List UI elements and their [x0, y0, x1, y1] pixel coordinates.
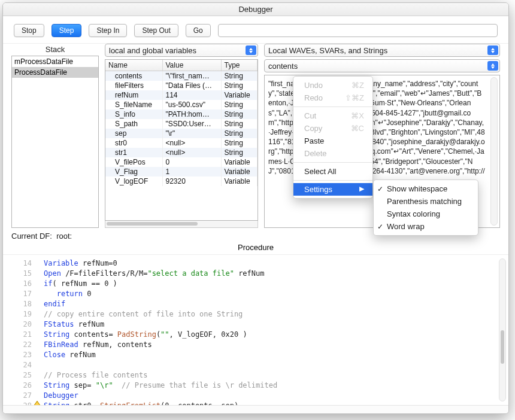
- line-number: 21: [3, 330, 38, 340]
- col-value[interactable]: Value: [162, 60, 221, 71]
- cell-value: "SSD0:User…: [162, 119, 221, 129]
- stop-button[interactable]: Stop: [14, 24, 44, 37]
- table-row[interactable]: str0<null>String: [105, 138, 258, 148]
- line-number: 14: [3, 258, 38, 269]
- cell-type: String: [221, 129, 258, 138]
- stack-item[interactable]: ProcessDataFile: [12, 67, 98, 78]
- table-row[interactable]: V_logEOF92320Variable: [105, 176, 258, 186]
- cell-name: V_logEOF: [105, 176, 162, 186]
- code-line: // Process file contents: [44, 370, 508, 381]
- line-number: 17: [3, 289, 38, 299]
- cell-value: 1: [162, 167, 221, 176]
- code-line: if( refNum == 0 ): [44, 279, 508, 289]
- code-area[interactable]: 141516171819202122232425262728 Variable …: [3, 255, 508, 413]
- col-name[interactable]: Name: [105, 60, 162, 71]
- code-line: return 0: [44, 289, 508, 299]
- cell-value: 114: [162, 90, 221, 100]
- dropdown-arrows-icon: [246, 45, 256, 55]
- vars-scope-label: local and global variables: [109, 46, 196, 55]
- vars-table-container[interactable]: Name Value Type contents"\"first_nam…Str…: [105, 59, 258, 221]
- table-row[interactable]: S_path"SSD0:User…String: [105, 119, 258, 129]
- menu-item-settings[interactable]: Settings▶: [293, 183, 372, 196]
- code-vscroll[interactable]: [499, 258, 506, 401]
- table-row[interactable]: str1<null>String: [105, 148, 258, 157]
- content-vscroll[interactable]: [490, 77, 498, 226]
- procedure-title: Procedure: [3, 242, 508, 255]
- menu-item-select-all[interactable]: Select All: [293, 165, 372, 178]
- cell-name: V_Flag: [105, 167, 162, 176]
- go-input[interactable]: [218, 24, 498, 37]
- vars-hscroll[interactable]: [105, 221, 258, 228]
- table-row[interactable]: sep"\r"String: [105, 129, 258, 138]
- line-number: 19: [3, 309, 38, 319]
- code-body[interactable]: Variable refNum=0Open /F=fileFilters/R/M…: [41, 255, 508, 413]
- line-number: 26: [3, 381, 38, 391]
- cell-type: String: [221, 119, 258, 129]
- submenu-item-word-wrap[interactable]: ✓Word wrap: [374, 220, 478, 233]
- menu-item-copy: Copy⌘C: [293, 122, 372, 135]
- cell-value: "PATH:hom…: [162, 109, 221, 119]
- cell-type: String: [221, 138, 258, 148]
- menu-item-paste[interactable]: Paste: [293, 135, 372, 147]
- cell-value: <null>: [162, 138, 221, 148]
- line-number: 23: [3, 350, 38, 360]
- debugger-window: Debugger Stop Step Step In Step Out Go S…: [2, 2, 509, 414]
- variable-select-label: contents: [268, 62, 298, 71]
- line-number: 24: [3, 360, 38, 370]
- variable-select[interactable]: contents: [264, 59, 500, 72]
- code-hscroll[interactable]: [3, 405, 508, 413]
- check-icon: ✓: [377, 223, 383, 231]
- stack-title: Stack: [11, 44, 99, 56]
- cell-type: String: [221, 148, 258, 157]
- cell-type: Variable: [221, 157, 258, 167]
- col-type[interactable]: Type: [221, 60, 258, 71]
- vars-scope-select[interactable]: local and global variables: [105, 44, 258, 57]
- cell-name: str0: [105, 138, 162, 148]
- code-line: // copy entire content of file into one …: [44, 309, 508, 319]
- table-row[interactable]: V_Flag1Variable: [105, 167, 258, 176]
- line-number: 20: [3, 319, 38, 330]
- step-in-button[interactable]: Step In: [89, 24, 127, 37]
- table-row[interactable]: contents"\"first_nam…String: [105, 71, 258, 81]
- table-row[interactable]: S_info"PATH:hom…String: [105, 109, 258, 119]
- submenu-item-show-whitespace[interactable]: ✓Show whitespace: [374, 182, 478, 195]
- context-menu[interactable]: Undo⌘ZRedo⇧⌘ZCut⌘XCopy⌘CPasteDeleteSelec…: [293, 76, 373, 199]
- go-button[interactable]: Go: [186, 24, 211, 37]
- vars-table: Name Value Type contents"\"first_nam…Str…: [105, 60, 258, 186]
- line-number: 16: [3, 279, 38, 289]
- check-icon: ✓: [377, 185, 383, 193]
- code-line: endif: [44, 299, 508, 309]
- cell-name: fileFilters: [105, 81, 162, 90]
- stack-item[interactable]: mProcessDataFile: [12, 56, 98, 67]
- table-row[interactable]: refNum114Variable: [105, 90, 258, 100]
- stack-list[interactable]: mProcessDataFileProcessDataFile: [11, 56, 99, 228]
- code-line: Close refNum: [44, 350, 508, 360]
- table-row[interactable]: S_fileName"us-500.csv"String: [105, 100, 258, 109]
- cell-type: String: [221, 71, 258, 81]
- cell-type: String: [221, 81, 258, 90]
- code-line: Variable refNum=0: [44, 258, 508, 269]
- table-row[interactable]: V_filePos0Variable: [105, 157, 258, 167]
- menu-item-redo: Redo⇧⌘Z: [293, 92, 372, 104]
- line-gutter: 141516171819202122232425262728: [3, 255, 41, 413]
- submenu-item-syntax-coloring[interactable]: Syntax coloring: [374, 208, 478, 220]
- menu-item-cut: Cut⌘X: [293, 109, 372, 122]
- step-button[interactable]: Step: [51, 24, 82, 37]
- cell-type: String: [221, 100, 258, 109]
- wave-select[interactable]: Local WAVEs, SVARs, and Strings: [264, 44, 500, 57]
- window-title: Debugger: [3, 3, 508, 16]
- cell-name: str1: [105, 148, 162, 157]
- code-line: String sep= "\r" // Presume that file is…: [44, 381, 508, 391]
- line-number: 15: [3, 269, 38, 279]
- step-out-button[interactable]: Step Out: [134, 24, 178, 37]
- settings-submenu[interactable]: ✓Show whitespaceParenthesis matchingSynt…: [373, 179, 478, 236]
- cell-type: Variable: [221, 90, 258, 100]
- table-row[interactable]: fileFilters"Data Files (…String: [105, 81, 258, 90]
- code-line: Debugger: [44, 391, 508, 401]
- dropdown-arrows-icon: [487, 61, 498, 71]
- toolbar: Stop Step Step In Step Out Go: [3, 16, 508, 44]
- cell-value: "us-500.csv": [162, 100, 221, 109]
- submenu-item-parenthesis-matching[interactable]: Parenthesis matching: [374, 195, 478, 208]
- cell-name: sep: [105, 129, 162, 138]
- cell-value: "\r": [162, 129, 221, 138]
